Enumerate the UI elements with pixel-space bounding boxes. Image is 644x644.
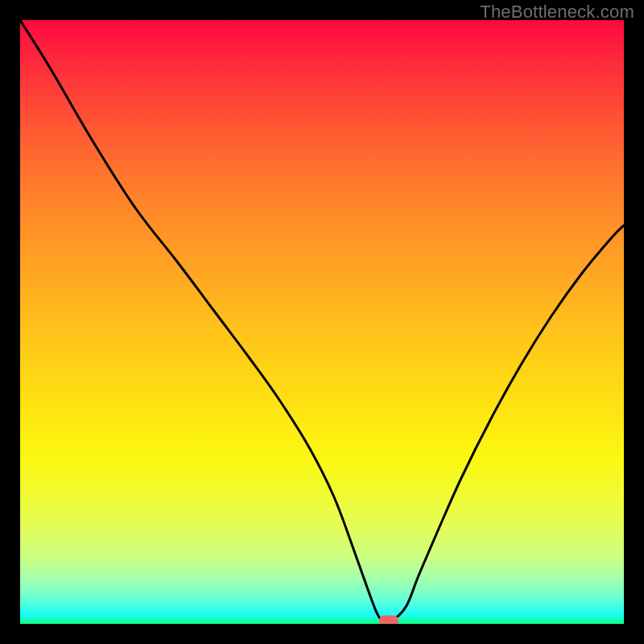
bottleneck-curve [20,20,624,624]
plot-area [20,20,624,624]
optimal-point-marker [379,616,398,624]
watermark-text: TheBottleneck.com [480,2,634,23]
chart-container: TheBottleneck.com [0,0,644,644]
